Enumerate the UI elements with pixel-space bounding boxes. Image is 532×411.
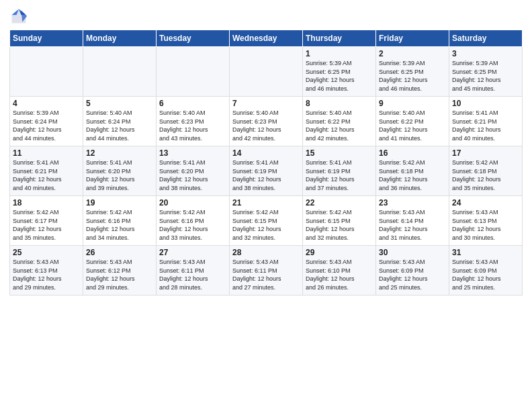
day-number: 8 <box>306 99 373 108</box>
col-header-tuesday: Tuesday <box>157 30 230 47</box>
day-number: 5 <box>86 99 153 108</box>
cell-5-4: 28Sunrise: 5:43 AM Sunset: 6:11 PM Dayli… <box>230 246 303 295</box>
cell-4-3: 20Sunrise: 5:42 AM Sunset: 6:16 PM Dayli… <box>157 196 230 246</box>
col-header-monday: Monday <box>83 30 157 47</box>
day-number: 13 <box>159 148 226 158</box>
day-number: 29 <box>306 248 373 257</box>
day-number: 24 <box>452 198 519 208</box>
cell-5-3: 27Sunrise: 5:43 AM Sunset: 6:11 PM Dayli… <box>157 246 230 295</box>
col-header-thursday: Thursday <box>303 30 376 47</box>
day-number: 2 <box>379 49 446 58</box>
day-number: 11 <box>13 148 80 158</box>
cell-text: Sunrise: 5:43 AM Sunset: 6:14 PM Dayligh… <box>379 208 446 242</box>
day-number: 16 <box>379 148 446 158</box>
cell-4-1: 18Sunrise: 5:42 AM Sunset: 6:17 PM Dayli… <box>10 196 83 246</box>
day-number: 14 <box>232 148 300 158</box>
cell-text: Sunrise: 5:42 AM Sunset: 6:15 PM Dayligh… <box>232 208 300 242</box>
cell-1-5: 1Sunrise: 5:39 AM Sunset: 6:25 PM Daylig… <box>303 47 376 97</box>
col-header-friday: Friday <box>376 30 449 47</box>
calendar-table: SundayMondayTuesdayWednesdayThursdayFrid… <box>9 30 523 295</box>
cell-text: Sunrise: 5:43 AM Sunset: 6:09 PM Dayligh… <box>379 258 446 291</box>
day-number: 12 <box>86 148 153 158</box>
day-number: 27 <box>159 248 226 257</box>
cell-text: Sunrise: 5:42 AM Sunset: 6:16 PM Dayligh… <box>86 208 153 242</box>
cell-text: Sunrise: 5:40 AM Sunset: 6:22 PM Dayligh… <box>306 109 373 142</box>
cell-text: Sunrise: 5:43 AM Sunset: 6:12 PM Dayligh… <box>86 258 153 291</box>
day-number: 30 <box>379 248 446 257</box>
cell-5-1: 25Sunrise: 5:43 AM Sunset: 6:13 PM Dayli… <box>10 246 83 295</box>
cell-4-7: 24Sunrise: 5:43 AM Sunset: 6:13 PM Dayli… <box>449 196 523 246</box>
cell-3-1: 11Sunrise: 5:41 AM Sunset: 6:21 PM Dayli… <box>10 146 83 196</box>
cell-1-7: 3Sunrise: 5:39 AM Sunset: 6:25 PM Daylig… <box>449 47 523 97</box>
day-number: 28 <box>232 248 300 257</box>
cell-2-3: 6Sunrise: 5:40 AM Sunset: 6:23 PM Daylig… <box>157 97 230 146</box>
cell-5-7: 31Sunrise: 5:43 AM Sunset: 6:09 PM Dayli… <box>449 246 523 295</box>
day-number: 26 <box>86 248 153 257</box>
cell-text: Sunrise: 5:43 AM Sunset: 6:11 PM Dayligh… <box>159 258 226 291</box>
cell-1-6: 2Sunrise: 5:39 AM Sunset: 6:25 PM Daylig… <box>376 47 449 97</box>
day-number: 18 <box>13 198 80 208</box>
col-header-saturday: Saturday <box>449 30 523 47</box>
day-number: 3 <box>452 49 519 58</box>
cell-text: Sunrise: 5:42 AM Sunset: 6:17 PM Dayligh… <box>13 208 80 242</box>
cell-text: Sunrise: 5:41 AM Sunset: 6:20 PM Dayligh… <box>86 158 153 192</box>
cell-3-5: 15Sunrise: 5:41 AM Sunset: 6:19 PM Dayli… <box>303 146 376 196</box>
cell-text: Sunrise: 5:39 AM Sunset: 6:25 PM Dayligh… <box>379 59 446 93</box>
cell-text: Sunrise: 5:41 AM Sunset: 6:19 PM Dayligh… <box>306 158 373 192</box>
day-number: 10 <box>452 99 519 108</box>
cell-text: Sunrise: 5:41 AM Sunset: 6:20 PM Dayligh… <box>159 158 226 192</box>
cell-text: Sunrise: 5:41 AM Sunset: 6:21 PM Dayligh… <box>452 109 519 142</box>
cell-text: Sunrise: 5:43 AM Sunset: 6:13 PM Dayligh… <box>13 258 80 291</box>
header-row: SundayMondayTuesdayWednesdayThursdayFrid… <box>10 30 523 47</box>
cell-1-1 <box>10 47 83 97</box>
col-header-sunday: Sunday <box>10 30 83 47</box>
page: SundayMondayTuesdayWednesdayThursdayFrid… <box>0 0 532 411</box>
week-row-1: 1Sunrise: 5:39 AM Sunset: 6:25 PM Daylig… <box>10 47 523 97</box>
cell-3-2: 12Sunrise: 5:41 AM Sunset: 6:20 PM Dayli… <box>83 146 157 196</box>
cell-5-6: 30Sunrise: 5:43 AM Sunset: 6:09 PM Dayli… <box>376 246 449 295</box>
day-number: 31 <box>452 248 519 257</box>
cell-text: Sunrise: 5:41 AM Sunset: 6:21 PM Dayligh… <box>13 158 80 192</box>
cell-4-2: 19Sunrise: 5:42 AM Sunset: 6:16 PM Dayli… <box>83 196 157 246</box>
col-header-wednesday: Wednesday <box>230 30 303 47</box>
cell-text: Sunrise: 5:40 AM Sunset: 6:24 PM Dayligh… <box>86 109 153 142</box>
day-number: 19 <box>86 198 153 208</box>
cell-text: Sunrise: 5:43 AM Sunset: 6:10 PM Dayligh… <box>306 258 373 291</box>
week-row-3: 11Sunrise: 5:41 AM Sunset: 6:21 PM Dayli… <box>10 146 523 196</box>
day-number: 1 <box>306 49 373 58</box>
day-number: 23 <box>379 198 446 208</box>
cell-3-7: 17Sunrise: 5:42 AM Sunset: 6:18 PM Dayli… <box>449 146 523 196</box>
day-number: 6 <box>159 99 226 108</box>
cell-4-5: 22Sunrise: 5:42 AM Sunset: 6:15 PM Dayli… <box>303 196 376 246</box>
day-number: 7 <box>232 99 300 108</box>
cell-3-3: 13Sunrise: 5:41 AM Sunset: 6:20 PM Dayli… <box>157 146 230 196</box>
cell-text: Sunrise: 5:42 AM Sunset: 6:18 PM Dayligh… <box>452 158 519 192</box>
cell-text: Sunrise: 5:40 AM Sunset: 6:22 PM Dayligh… <box>379 109 446 142</box>
day-number: 15 <box>306 148 373 158</box>
cell-2-5: 8Sunrise: 5:40 AM Sunset: 6:22 PM Daylig… <box>303 97 376 146</box>
week-row-4: 18Sunrise: 5:42 AM Sunset: 6:17 PM Dayli… <box>10 196 523 246</box>
cell-text: Sunrise: 5:41 AM Sunset: 6:19 PM Dayligh… <box>232 158 300 192</box>
cell-text: Sunrise: 5:40 AM Sunset: 6:23 PM Dayligh… <box>159 109 226 142</box>
cell-5-2: 26Sunrise: 5:43 AM Sunset: 6:12 PM Dayli… <box>83 246 157 295</box>
cell-text: Sunrise: 5:43 AM Sunset: 6:11 PM Dayligh… <box>232 258 300 291</box>
day-number: 25 <box>13 248 80 257</box>
logo-icon <box>9 7 28 26</box>
cell-text: Sunrise: 5:39 AM Sunset: 6:25 PM Dayligh… <box>452 59 519 93</box>
cell-4-6: 23Sunrise: 5:43 AM Sunset: 6:14 PM Dayli… <box>376 196 449 246</box>
cell-2-1: 4Sunrise: 5:39 AM Sunset: 6:24 PM Daylig… <box>10 97 83 146</box>
cell-1-4 <box>230 47 303 97</box>
logo <box>9 7 30 26</box>
cell-3-4: 14Sunrise: 5:41 AM Sunset: 6:19 PM Dayli… <box>230 146 303 196</box>
day-number: 17 <box>452 148 519 158</box>
cell-text: Sunrise: 5:42 AM Sunset: 6:16 PM Dayligh… <box>159 208 226 242</box>
cell-text: Sunrise: 5:40 AM Sunset: 6:23 PM Dayligh… <box>232 109 300 142</box>
cell-text: Sunrise: 5:39 AM Sunset: 6:24 PM Dayligh… <box>13 109 80 142</box>
day-number: 20 <box>159 198 226 208</box>
day-number: 21 <box>232 198 300 208</box>
cell-text: Sunrise: 5:43 AM Sunset: 6:09 PM Dayligh… <box>452 258 519 291</box>
cell-text: Sunrise: 5:43 AM Sunset: 6:13 PM Dayligh… <box>452 208 519 242</box>
cell-2-2: 5Sunrise: 5:40 AM Sunset: 6:24 PM Daylig… <box>83 97 157 146</box>
cell-4-4: 21Sunrise: 5:42 AM Sunset: 6:15 PM Dayli… <box>230 196 303 246</box>
cell-2-6: 9Sunrise: 5:40 AM Sunset: 6:22 PM Daylig… <box>376 97 449 146</box>
